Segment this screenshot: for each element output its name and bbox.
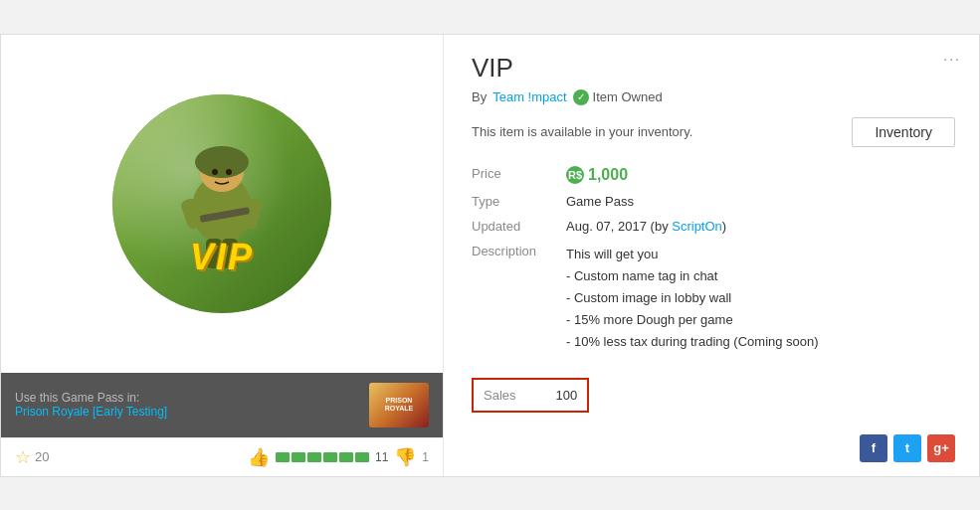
item-title: VIP xyxy=(472,53,955,84)
vote-seg-6 xyxy=(355,452,369,462)
vip-text: VIP xyxy=(190,237,254,278)
updated-row: Updated Aug. 07, 2017 (by ScriptOn) xyxy=(472,214,955,239)
dots-menu[interactable]: ··· xyxy=(943,51,961,67)
item-card: VIP Use this Game Pass in: Prison Royale… xyxy=(0,34,980,477)
inventory-row: This item is available in your inventory… xyxy=(472,117,955,147)
price-row: Price R$ 1,000 xyxy=(472,161,955,189)
vote-seg-2 xyxy=(292,452,305,462)
upvote-count: 11 xyxy=(375,450,388,464)
svg-point-8 xyxy=(226,169,232,175)
right-panel: ··· VIP By Team !mpact ✓ Item Owned This… xyxy=(444,35,979,476)
item-owned-text: Item Owned xyxy=(593,89,663,104)
image-area: VIP xyxy=(1,35,443,373)
vote-seg-3 xyxy=(307,452,321,462)
soldier-svg xyxy=(112,94,331,313)
sales-row: Sales 100 xyxy=(472,378,589,413)
type-row: Type Game Pass xyxy=(472,189,955,214)
inventory-available-text: This item is available in your inventory… xyxy=(472,124,692,139)
vote-seg-4 xyxy=(323,452,337,462)
thumbdown-icon[interactable]: 👎 xyxy=(394,446,416,468)
type-value: Game Pass xyxy=(566,189,955,214)
price-amount: 1,000 xyxy=(588,166,628,184)
author-link[interactable]: Team !mpact xyxy=(492,89,566,104)
bottom-bar: ☆ 20 👍 11 👎 1 xyxy=(1,437,443,476)
sales-label: Sales xyxy=(484,388,516,403)
item-by-line: By Team !mpact ✓ Item Owned xyxy=(472,89,955,105)
vote-seg-5 xyxy=(339,452,353,462)
vote-seg-1 xyxy=(276,452,290,462)
type-label: Type xyxy=(472,189,566,214)
thumbup-icon[interactable]: 👍 xyxy=(248,446,270,468)
check-circle-icon: ✓ xyxy=(573,89,589,105)
facebook-icon: f xyxy=(872,440,876,455)
card-body: VIP Use this Game Pass in: Prison Royale… xyxy=(1,35,979,476)
rating-count: 20 xyxy=(35,449,49,464)
facebook-button[interactable]: f xyxy=(860,434,887,462)
robux-icon: R$ xyxy=(566,166,584,184)
owned-badge: ✓ Item Owned xyxy=(573,89,663,105)
price-label: Price xyxy=(472,161,566,189)
game-use-prefix-text: Use this Game Pass in: xyxy=(15,391,167,405)
game-use-info: Use this Game Pass in: Prison Royale [Ea… xyxy=(15,391,167,419)
game-link[interactable]: Prison Royale [Early Testing] xyxy=(15,405,167,419)
downvote-count: 1 xyxy=(422,450,429,464)
updater-link[interactable]: ScriptOn xyxy=(672,219,722,234)
description-value: This will get you - Custom name tag in c… xyxy=(566,239,955,358)
svg-rect-6 xyxy=(196,158,248,168)
googleplus-button[interactable]: g+ xyxy=(927,434,955,462)
info-table: Price R$ 1,000 Type Game Pass Updated xyxy=(472,161,955,358)
left-panel: VIP Use this Game Pass in: Prison Royale… xyxy=(1,35,444,476)
prison-royale-thumbnail: PRISONROYALE xyxy=(369,383,429,427)
price-value: R$ 1,000 xyxy=(566,166,955,184)
game-use-bar: Use this Game Pass in: Prison Royale [Ea… xyxy=(1,373,443,437)
price-value-cell: R$ 1,000 xyxy=(566,161,955,189)
description-row: Description This will get you - Custom n… xyxy=(472,239,955,358)
inventory-button[interactable]: Inventory xyxy=(852,117,955,147)
item-image-inner: VIP xyxy=(112,94,331,313)
item-image: VIP xyxy=(112,94,331,313)
star-icon: ☆ xyxy=(15,446,31,468)
googleplus-icon: g+ xyxy=(933,440,949,455)
twitter-button[interactable]: t xyxy=(893,434,921,462)
sales-section: Sales 100 xyxy=(472,370,955,413)
sales-value: 100 xyxy=(556,388,578,403)
vote-bar xyxy=(276,452,369,462)
updated-label: Updated xyxy=(472,214,566,239)
by-prefix: By xyxy=(472,89,487,104)
description-text: This will get you - Custom name tag in c… xyxy=(566,244,955,353)
description-label: Description xyxy=(472,239,566,358)
updated-value-cell: Aug. 07, 2017 (by ScriptOn) xyxy=(566,214,955,239)
vote-section: 👍 11 👎 1 xyxy=(248,446,429,468)
svg-point-7 xyxy=(212,169,218,175)
social-buttons: f t g+ xyxy=(472,425,955,462)
twitter-icon: t xyxy=(905,440,909,455)
